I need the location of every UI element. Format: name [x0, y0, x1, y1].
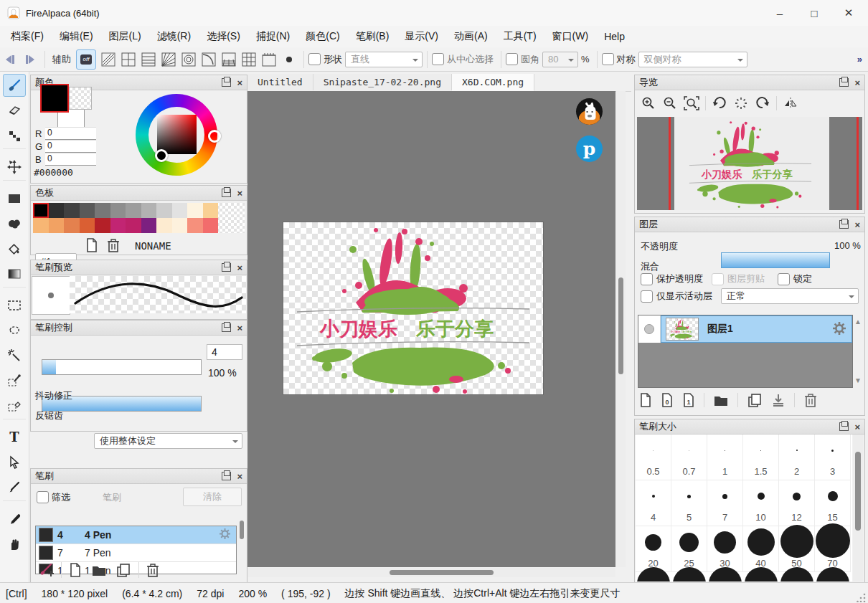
maximize-button[interactable]: □: [798, 0, 831, 26]
menu-item[interactable]: 滤镜(R): [149, 27, 199, 46]
menu-item[interactable]: 动画(A): [446, 27, 496, 46]
move-tool-icon[interactable]: [3, 156, 26, 179]
zoom-in-icon[interactable]: [638, 94, 659, 113]
navigator-thumbnail[interactable]: [637, 117, 862, 210]
corner-value-select[interactable]: 80: [542, 52, 578, 67]
new-8bit-layer-icon[interactable]: 0: [661, 392, 674, 408]
menu-item[interactable]: 档案(F): [3, 27, 52, 46]
assist-window-cross-icon[interactable]: [119, 50, 138, 69]
palette-swatch[interactable]: [187, 203, 203, 218]
prev-arrow-icon[interactable]: [1, 50, 19, 69]
r-value-slider[interactable]: 0: [45, 127, 96, 140]
brush-size-cell[interactable]: 0.5: [636, 435, 671, 480]
brush-list-item[interactable]: 1 1 Pen: [36, 562, 236, 574]
brush-size-cell[interactable]: 30: [707, 526, 743, 572]
canvas-vertical-scrollbar[interactable]: [616, 91, 626, 567]
palette-swatch[interactable]: [33, 218, 49, 233]
menu-item[interactable]: 选择(S): [199, 27, 248, 46]
palette-swatch[interactable]: [95, 218, 110, 233]
brush-list-item[interactable]: 4 4 Pen: [36, 526, 236, 544]
brush-size-cell[interactable]: 40: [743, 526, 779, 572]
float-panel-icon[interactable]: [222, 78, 231, 87]
brush-size-cell[interactable]: 1.5: [743, 435, 779, 480]
float-panel-icon[interactable]: [839, 220, 849, 229]
brush-size-cell[interactable]: 3: [815, 435, 851, 480]
hand-tool-icon[interactable]: [3, 533, 26, 556]
hue-marker[interactable]: [208, 130, 221, 143]
new-layer-icon[interactable]: [639, 392, 652, 408]
canvas-viewport[interactable]: p: [247, 91, 615, 567]
menu-item[interactable]: 窗口(W): [544, 27, 597, 46]
close-panel-icon[interactable]: ×: [854, 220, 860, 229]
brush-search-input[interactable]: 笔刷: [103, 491, 121, 504]
palette-swatch[interactable]: [64, 218, 80, 233]
assist-ruler-icon[interactable]: [260, 50, 278, 69]
active-only-checkbox[interactable]: [641, 290, 653, 303]
pointer-tool-icon[interactable]: [3, 451, 26, 474]
symmetry-select[interactable]: 双侧对称: [638, 52, 747, 67]
merge-down-icon[interactable]: [771, 392, 786, 408]
palette-swatch[interactable]: [49, 203, 65, 218]
palette-swatch[interactable]: [126, 203, 141, 218]
brush-settings-gear-icon[interactable]: [220, 528, 230, 541]
palette-swatch[interactable]: [80, 218, 95, 233]
palette-swatch[interactable]: [95, 203, 110, 218]
palette-swatch[interactable]: [126, 218, 141, 233]
brush-list-item[interactable]: 7 7 Pen: [36, 544, 236, 562]
brush-size-cell[interactable]: 20: [636, 526, 671, 572]
rotate-ccw-icon[interactable]: [709, 94, 730, 113]
delete-layer-icon[interactable]: [803, 392, 818, 408]
brush-filter-checkbox[interactable]: [37, 491, 49, 503]
palette-swatch[interactable]: [203, 203, 219, 218]
hex-value[interactable]: #000000: [34, 167, 73, 178]
brush-size-cell[interactable]: 5: [671, 480, 707, 526]
gradient-tool-icon[interactable]: [3, 262, 26, 285]
palette-swatch[interactable]: [110, 203, 126, 218]
palette-swatch[interactable]: [172, 218, 188, 233]
text-tool-icon[interactable]: T: [3, 426, 26, 449]
jitter-select[interactable]: 使用整体设定: [94, 433, 242, 449]
alpaca-badge[interactable]: [576, 98, 603, 125]
brush-size-scrollbar[interactable]: [853, 435, 863, 581]
clipping-checkbox[interactable]: [712, 273, 724, 285]
palette-swatch[interactable]: [49, 218, 65, 233]
layer-visibility-toggle[interactable]: [638, 315, 661, 343]
layer-scroll-down-icon[interactable]: ▼: [854, 376, 862, 384]
brush-size-slider[interactable]: [42, 359, 202, 375]
brush-size-cell[interactable]: 12: [779, 480, 815, 526]
close-panel-icon[interactable]: ×: [854, 422, 860, 432]
select-lasso-tool-icon[interactable]: [3, 319, 26, 342]
menu-item[interactable]: Help: [596, 27, 633, 46]
layer-settings-gear-icon[interactable]: [833, 322, 846, 337]
g-value-slider[interactable]: 0: [45, 140, 96, 153]
brush-size-cell[interactable]: 0.7: [671, 435, 707, 480]
assist-off-button[interactable]: off: [76, 49, 96, 70]
float-panel-icon[interactable]: [222, 472, 231, 480]
assist-perspective-grid-icon[interactable]: [220, 50, 238, 69]
menu-item[interactable]: 捕捉(N): [248, 27, 298, 46]
document-tab[interactable]: Snipaste_17-02-20.png: [313, 74, 452, 90]
canvas-image[interactable]: [283, 222, 543, 394]
document-tab[interactable]: X6D.COM.png: [452, 74, 534, 91]
float-panel-icon[interactable]: [839, 78, 849, 87]
canvas-horizontal-scrollbar[interactable]: [247, 568, 615, 577]
blend-select[interactable]: 正常: [721, 288, 859, 304]
palette-swatch[interactable]: [172, 203, 188, 218]
eyedropper-tool-icon[interactable]: [3, 508, 26, 531]
assist-hatch-diagonal-icon[interactable]: [99, 50, 118, 69]
shape-checkbox[interactable]: [308, 53, 321, 65]
brush-size-cell[interactable]: 10: [743, 480, 779, 526]
rotate-reset-icon[interactable]: [730, 94, 752, 113]
sv-square[interactable]: [157, 115, 197, 154]
brush-size-cell[interactable]: 7: [707, 480, 743, 526]
palette-swatch[interactable]: [110, 218, 126, 233]
brush-size-cell[interactable]: 50: [779, 526, 815, 572]
layer-scroll-up-icon[interactable]: ▲: [854, 318, 862, 326]
rotate-cw-icon[interactable]: [752, 94, 773, 113]
palette-swatch[interactable]: [141, 203, 157, 218]
select-pen-tool-icon[interactable]: [3, 369, 26, 392]
sv-marker[interactable]: [155, 149, 168, 162]
close-panel-icon[interactable]: ×: [237, 323, 242, 333]
palette-swatch[interactable]: [141, 218, 157, 233]
dot-tool-icon[interactable]: [3, 124, 26, 147]
